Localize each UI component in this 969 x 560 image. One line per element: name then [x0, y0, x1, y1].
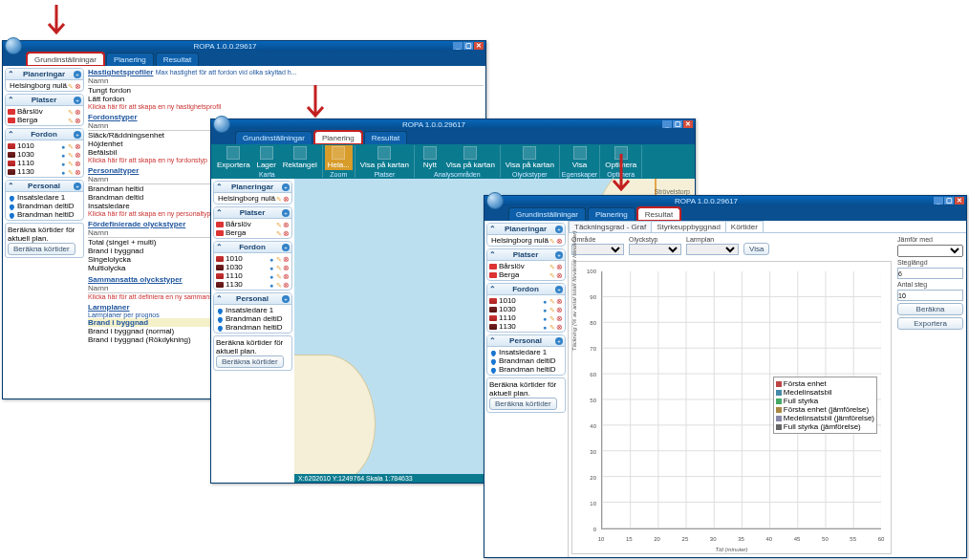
- personal-item[interactable]: Brandman heltiD: [17, 210, 75, 219]
- tab-grundinstallningar[interactable]: Grundinställningar: [508, 207, 586, 221]
- delete-icon[interactable]: [75, 160, 81, 166]
- personal-item[interactable]: Brandman deltiD: [17, 202, 75, 210]
- dot-icon[interactable]: [61, 142, 68, 149]
- add-icon[interactable]: +: [282, 244, 290, 251]
- select-omrade[interactable]: [571, 244, 624, 255]
- collapse-icon[interactable]: ⌃: [8, 96, 14, 104]
- delete-icon[interactable]: [75, 151, 81, 158]
- edit-icon[interactable]: [68, 108, 75, 115]
- vehicle-item[interactable]: 1110: [499, 313, 516, 322]
- maximize-button[interactable]: ▢: [944, 197, 954, 205]
- maximize-button[interactable]: ▢: [463, 42, 473, 50]
- edit-icon[interactable]: [68, 168, 75, 175]
- personal-item[interactable]: Insatsledare 1: [499, 348, 547, 356]
- place-item[interactable]: Bårslöv: [17, 107, 43, 116]
- detail-row[interactable]: Höjdenhet: [88, 140, 122, 148]
- edit-icon[interactable]: [276, 195, 283, 202]
- tab-planering[interactable]: Planering: [106, 53, 154, 66]
- edit-icon[interactable]: [276, 221, 283, 227]
- minimize-button[interactable]: _: [934, 197, 943, 205]
- plan-item[interactable]: Helsingborg nulä...: [10, 81, 68, 90]
- vehicle-item[interactable]: 1130: [17, 167, 34, 176]
- add-icon[interactable]: +: [74, 131, 81, 139]
- exportera-button[interactable]: Exportera: [897, 317, 963, 330]
- ribbon-visa-egenskaper[interactable]: Visa: [567, 145, 593, 170]
- plan-item[interactable]: Helsingborg nulä...: [218, 194, 276, 203]
- calculate-button[interactable]: Beräkna körtider: [8, 243, 75, 255]
- detail-row[interactable]: Släck/Räddningsenhet: [88, 131, 164, 140]
- personal-item[interactable]: Brandman heltiD: [499, 365, 556, 374]
- visa-button[interactable]: Visa: [743, 243, 769, 255]
- ribbon-visa-platser[interactable]: Visa på kartan: [357, 145, 412, 170]
- add-icon[interactable]: +: [74, 71, 81, 78]
- subtab-tackningsgrad[interactable]: Täckningsgrad - Graf: [569, 221, 652, 232]
- ribbon-visa-olycks[interactable]: Visa på kartan: [503, 145, 557, 170]
- place-item[interactable]: Bårslöv: [499, 262, 525, 270]
- edit-icon[interactable]: [68, 160, 75, 166]
- select-jamforemed[interactable]: [897, 245, 963, 257]
- tab-grundinstallningar[interactable]: Grundinställningar: [27, 53, 104, 66]
- tab-resultat[interactable]: Resultat: [156, 53, 199, 66]
- plan-item[interactable]: Helsingborg nulä...: [491, 236, 549, 245]
- add-icon[interactable]: +: [282, 295, 290, 303]
- place-item[interactable]: Bårslöv: [226, 220, 251, 228]
- detail-row[interactable]: Befälsbil: [88, 148, 117, 157]
- tab-planering[interactable]: Planering: [314, 131, 362, 144]
- dot-icon[interactable]: [61, 168, 68, 175]
- select-olyckstyp[interactable]: [629, 244, 681, 255]
- tab-resultat[interactable]: Resultat: [364, 131, 407, 144]
- vehicle-item[interactable]: 1010: [17, 141, 34, 150]
- place-item[interactable]: Berga: [17, 116, 37, 124]
- add-icon[interactable]: +: [555, 226, 563, 233]
- add-icon[interactable]: +: [555, 286, 563, 293]
- select-larmplan[interactable]: [686, 244, 739, 255]
- dot-icon[interactable]: [61, 160, 68, 166]
- close-button[interactable]: ✕: [955, 197, 964, 205]
- edit-icon[interactable]: [68, 151, 75, 158]
- ribbon-rektangel[interactable]: Rektangel: [280, 145, 320, 170]
- vehicle-item[interactable]: 1130: [499, 322, 516, 331]
- personal-item[interactable]: Brandman heltiD: [226, 323, 283, 332]
- ribbon-lager[interactable]: Lager: [253, 145, 280, 170]
- add-icon[interactable]: +: [282, 209, 290, 217]
- vehicle-item[interactable]: 1110: [226, 271, 243, 280]
- personal-item[interactable]: Brandman deltiD: [499, 356, 556, 365]
- input-steglangd[interactable]: [897, 268, 963, 279]
- calculate-button[interactable]: Beräkna körtider: [216, 355, 284, 368]
- vehicle-item[interactable]: 1130: [226, 280, 243, 289]
- edit-icon[interactable]: [68, 142, 75, 149]
- tab-resultat[interactable]: Resultat: [637, 207, 680, 221]
- vehicle-item[interactable]: 1030: [226, 263, 243, 271]
- ribbon-nytt[interactable]: Nytt: [417, 145, 443, 170]
- edit-icon[interactable]: [276, 229, 283, 236]
- vehicle-item[interactable]: 1110: [17, 159, 34, 167]
- place-item[interactable]: Berga: [499, 270, 519, 279]
- collapse-icon[interactable]: ⌃: [8, 182, 14, 190]
- tab-grundinstallningar[interactable]: Grundinställningar: [235, 131, 312, 144]
- add-icon[interactable]: +: [555, 251, 563, 259]
- app-orb[interactable]: [213, 116, 230, 133]
- dot-icon[interactable]: [61, 151, 68, 158]
- vehicle-item[interactable]: 1030: [17, 150, 34, 159]
- minimize-button[interactable]: _: [662, 120, 672, 128]
- delete-icon[interactable]: [75, 117, 81, 123]
- app-orb[interactable]: [486, 192, 504, 209]
- input-antalsteg[interactable]: [897, 290, 963, 301]
- app-orb[interactable]: [5, 37, 22, 54]
- delete-icon[interactable]: [283, 221, 290, 227]
- vehicle-item[interactable]: 1010: [499, 296, 516, 305]
- personal-item[interactable]: Insatsledare 1: [17, 193, 65, 202]
- delete-icon[interactable]: [75, 142, 81, 149]
- maximize-button[interactable]: ▢: [673, 120, 682, 128]
- collapse-icon[interactable]: ⌃: [8, 70, 14, 78]
- add-icon[interactable]: +: [555, 337, 563, 345]
- close-button[interactable]: ✕: [683, 120, 693, 128]
- vehicle-item[interactable]: 1010: [226, 254, 243, 263]
- ribbon-visa-analys[interactable]: Visa på kartan: [443, 145, 498, 170]
- delete-icon[interactable]: [283, 229, 290, 236]
- calculate-button[interactable]: Beräkna körtider: [489, 398, 557, 410]
- delete-icon[interactable]: [75, 82, 81, 89]
- delete-icon[interactable]: [283, 195, 290, 202]
- edit-icon[interactable]: [68, 82, 75, 89]
- create-link[interactable]: Klicka här för att skapa en ny hastighet…: [88, 103, 484, 110]
